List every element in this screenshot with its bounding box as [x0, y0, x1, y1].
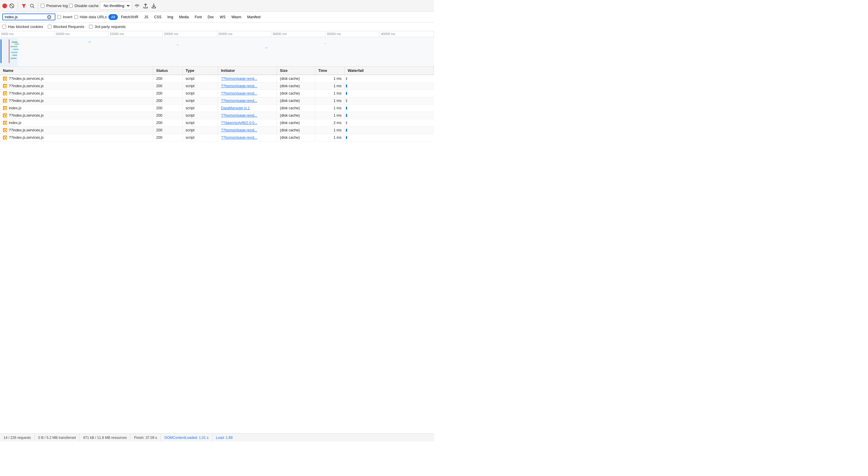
file-icon	[3, 114, 7, 118]
filter-type-btn-doc[interactable]: Doc	[205, 14, 217, 20]
disable-cache-checkbox[interactable]	[69, 4, 73, 8]
initiator-link[interactable]: ??homon/page-rend...	[221, 84, 257, 88]
initiator-link[interactable]: ??homon/page-rend...	[221, 76, 257, 81]
table-row[interactable]: index.js200script??dawn/polyfill/2.0.0..…	[0, 119, 434, 127]
third-party-checkbox[interactable]	[89, 25, 93, 29]
network-conditions-button[interactable]	[133, 2, 141, 9]
blocked-requests-checkbox[interactable]	[48, 25, 52, 29]
wifi-icon	[134, 3, 140, 8]
invert-label[interactable]: Invert	[57, 15, 72, 19]
table-header-waterfall[interactable]: Waterfall	[345, 67, 434, 74]
stop-recording-button[interactable]	[8, 2, 15, 9]
table-header-type[interactable]: Type	[183, 67, 218, 74]
initiator-link[interactable]: ??homon/page-rend...	[221, 91, 257, 95]
invert-checkbox[interactable]	[57, 15, 61, 19]
file-icon	[3, 99, 7, 103]
table-row[interactable]: ??index.js,services.js200script??homon/p…	[0, 112, 434, 119]
timeline-tick: 15000 ms	[108, 31, 163, 37]
waterfall-bar	[346, 92, 347, 95]
hide-data-urls-text: Hide data URLs	[80, 15, 107, 19]
table-row[interactable]: ??index.js,services.js200script??homon/p…	[0, 90, 434, 97]
row-waterfall	[345, 134, 434, 141]
export-har-button[interactable]	[150, 2, 157, 9]
table-header: NameStatusTypeInitiatorSizeTimeWaterfall	[0, 67, 434, 75]
table-header-initiator[interactable]: Initiator	[218, 67, 277, 74]
preserve-log-label[interactable]: Preserve log	[41, 3, 68, 8]
initiator-link[interactable]: ??homon/page-rend...	[221, 128, 257, 132]
table-row[interactable]: ??index.js,services.js200script??homon/p…	[0, 97, 434, 104]
table-row[interactable]: ??index.js,services.js200script??homon/p…	[0, 75, 434, 83]
timeline-bars	[0, 37, 434, 66]
third-party-label[interactable]: 3rd-party requests	[89, 25, 126, 29]
table-row[interactable]: ??index.js,services.js200script??homon/p…	[0, 134, 434, 141]
throttle-wrapper: No throttling	[100, 2, 132, 10]
row-waterfall	[345, 97, 434, 104]
row-type: script	[183, 97, 218, 104]
filter-type-btn-ws[interactable]: WS	[217, 14, 228, 20]
row-type: script	[183, 104, 218, 112]
clear-search-button[interactable]	[47, 15, 51, 19]
row-size: (disk cache)	[277, 75, 315, 82]
file-icon	[3, 128, 7, 132]
status-bar: 14 / 226 requests 0 B / 5.2 MB transferr…	[0, 433, 434, 442]
row-name: index.js	[9, 106, 21, 110]
filter-type-btn-css[interactable]: CSS	[151, 14, 164, 20]
has-blocked-cookies-text: Has blocked cookies	[8, 25, 43, 29]
row-waterfall	[345, 127, 434, 134]
divider-1	[18, 2, 18, 9]
search-input[interactable]	[5, 15, 46, 19]
row-time: 1 ms	[315, 90, 345, 97]
row-status: 200	[153, 104, 183, 112]
filter-type-btn-manifest[interactable]: Manifest	[245, 14, 263, 20]
filter-type-btn-img[interactable]: Img	[165, 14, 176, 20]
initiator-link[interactable]: DataManager.js:1	[221, 106, 250, 110]
initiator-link[interactable]: ??homon/page-rend...	[221, 99, 257, 103]
filter-type-btn-js[interactable]: JS	[142, 14, 151, 20]
has-blocked-cookies-checkbox[interactable]	[2, 25, 6, 29]
table-header-name[interactable]: Name	[0, 67, 153, 74]
divider-2	[38, 2, 38, 9]
filter-type-btn-fetch/xhr[interactable]: Fetch/XHR	[119, 14, 141, 20]
row-type: script	[183, 83, 218, 90]
initiator-link[interactable]: ??homon/page-rend...	[221, 114, 257, 118]
blocked-requests-label[interactable]: Blocked Requests	[48, 25, 84, 29]
table-row[interactable]: ??index.js,services.js200script??homon/p…	[0, 83, 434, 90]
download-icon	[151, 3, 156, 8]
table-header-size[interactable]: Size	[277, 67, 315, 74]
row-name-cell: index.js	[0, 104, 153, 112]
row-initiator: ??homon/page-rend...	[218, 97, 277, 104]
filter-button[interactable]	[20, 2, 27, 9]
hide-data-urls-label[interactable]: Hide data URLs	[74, 15, 107, 19]
import-har-button[interactable]	[142, 2, 149, 9]
table-header-status[interactable]: Status	[153, 67, 183, 74]
throttle-select[interactable]: No throttling	[101, 3, 130, 9]
row-size: (disk cache)	[277, 112, 315, 119]
transferred-size: 0 B / 5.2 MB transferred	[35, 434, 80, 442]
filter-type-btn-all[interactable]: All	[108, 14, 118, 20]
disable-cache-label[interactable]: Disable cache	[69, 3, 99, 8]
preserve-log-checkbox[interactable]	[41, 4, 44, 8]
has-blocked-cookies-label[interactable]: Has blocked cookies	[2, 25, 43, 29]
row-name: index.js	[9, 121, 21, 125]
file-icon	[3, 84, 7, 88]
row-status: 200	[153, 127, 183, 134]
row-waterfall	[345, 75, 434, 82]
record-button[interactable]	[2, 3, 7, 8]
table-header-time[interactable]: Time	[315, 67, 345, 74]
timeline-tick: 10000 ms	[54, 31, 108, 37]
hide-data-urls-checkbox[interactable]	[74, 15, 78, 19]
row-name-cell: ??index.js,services.js	[0, 112, 153, 119]
filter-type-btn-font[interactable]: Font	[192, 14, 205, 20]
timeline-tick: 30000 ms	[271, 31, 326, 37]
table-row[interactable]: ??index.js,services.js200script??homon/p…	[0, 127, 434, 134]
initiator-link[interactable]: ??dawn/polyfill/2.0.0...	[221, 121, 257, 125]
row-name-cell: ??index.js,services.js	[0, 83, 153, 90]
initiator-link[interactable]: ??homon/page-rend...	[221, 135, 257, 139]
filter-type-btn-wasm[interactable]: Wasm	[229, 14, 244, 20]
row-name-cell: ??index.js,services.js	[0, 127, 153, 134]
stop-icon	[9, 3, 14, 8]
filter-type-btn-media[interactable]: Media	[177, 14, 191, 20]
table-row[interactable]: index.js200scriptDataManager.js:1(disk c…	[0, 104, 434, 112]
search-button[interactable]	[29, 2, 36, 9]
checkbox-row: Has blocked cookies Blocked Requests 3rd…	[0, 22, 434, 31]
